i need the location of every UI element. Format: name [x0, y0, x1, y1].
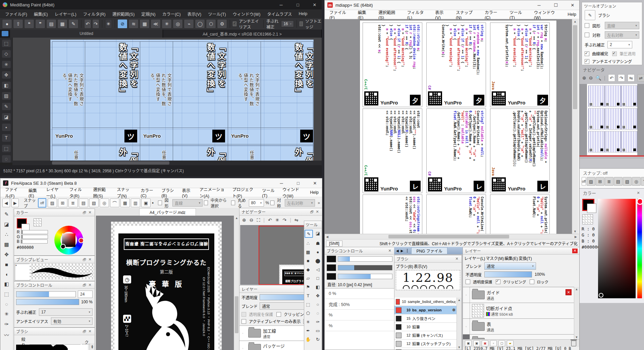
side-tool-icon[interactable]: ✑ [4, 321, 9, 327]
toolbar-icon[interactable]: ❝ [24, 19, 34, 29]
snap-vanish-icon[interactable]: ≪ [151, 19, 161, 29]
toolbar-icon[interactable]: ▤ [46, 19, 56, 29]
antialias-select[interactable]: 有効▾ [51, 317, 93, 325]
snap-icon[interactable]: ≣ [605, 177, 613, 186]
brush-opacity-slider[interactable] [16, 299, 79, 305]
side-tool-icon[interactable]: ✳ [4, 311, 9, 317]
brush-size-value[interactable]: 24 [78, 291, 93, 298]
mdiapp-vscrollbar[interactable]: ▲ ▼ [572, 19, 578, 234]
hidden-flag-icon[interactable]: ✕ [566, 289, 572, 295]
close-button[interactable]: ✕ [308, 178, 322, 188]
tool-icon[interactable]: ↻ [314, 336, 321, 343]
sv-square[interactable] [598, 199, 636, 298]
close-icon[interactable]: ✕ [87, 283, 93, 288]
tool-icon[interactable]: ■ [305, 257, 312, 264]
doc-tab-png[interactable]: PNG ファイル [411, 247, 447, 254]
undo-icon[interactable]: ↶ [84, 19, 91, 29]
tool-icon[interactable]: ● [314, 249, 321, 255]
side-tool-icon[interactable]: ⬚ [4, 291, 9, 297]
side-tool-icon[interactable]: ■ [5, 262, 8, 267]
menu-item[interactable]: 選択範囲(S) [90, 185, 113, 200]
new-layer-icon[interactable]: ▣ [465, 340, 472, 346]
menu-item[interactable]: 表示(V) [184, 9, 205, 18]
round-checkbox[interactable] [231, 201, 235, 205]
side-tool-icon[interactable]: ◌ [5, 301, 8, 307]
snap-grid-icon[interactable]: ▦ [140, 19, 150, 29]
medibang-titlebar[interactable]: MediBang Paint (64bit) ─ □ ✕ [0, 0, 322, 9]
firealpaca-vscrollbar[interactable]: ▲ [234, 216, 239, 350]
menu-item[interactable]: 編集(E) [31, 9, 51, 18]
popout-icon[interactable]: 🗗 [82, 257, 87, 262]
brush-list-item[interactable]: 12 鉛筆 (スケッチブック) ✽ [394, 340, 457, 348]
shape-select[interactable]: 直線▾ [172, 199, 203, 207]
toolbar-icon[interactable]: ● [2, 19, 12, 29]
protect-alpha-checkbox[interactable] [466, 279, 470, 284]
snap-icon[interactable]: ⌒ [641, 177, 644, 186]
menu-item[interactable]: ツール(T) [259, 186, 278, 200]
size-slider[interactable] [338, 256, 392, 262]
close-icon[interactable]: ✕ [636, 191, 641, 195]
round-select[interactable]: 80▾ [249, 199, 264, 207]
layer-row[interactable]: ◦ガイド通過✕ [463, 287, 574, 303]
min-size-slider[interactable] [338, 265, 392, 270]
protect-alpha-checkbox[interactable] [241, 312, 246, 317]
rotate-left-icon[interactable]: ↶ [268, 217, 272, 223]
snap-icon[interactable]: ⊞ [58, 199, 67, 207]
snap-icon[interactable]: ◎ [632, 177, 641, 186]
close-icon[interactable]: ✕ [87, 210, 93, 215]
tool-icon[interactable]: ✳ [305, 318, 312, 325]
snap-icon[interactable]: ▤ [614, 177, 623, 186]
opacity-slider[interactable] [338, 274, 392, 279]
tool-icon[interactable]: ▩ [305, 249, 312, 255]
symmetry-checkbox[interactable] [585, 33, 589, 37]
snap-off-button[interactable]: off [38, 198, 46, 208]
menu-item[interactable]: カラー(C) [159, 9, 184, 18]
side-tool-icon[interactable]: ◖ [5, 271, 8, 277]
new-layer2-icon[interactable]: ▣ [473, 340, 480, 346]
menu-item[interactable]: スナップ(N) [113, 185, 137, 200]
menu-dots-icon[interactable]: ⋮ [405, 248, 409, 253]
navigator-viewport[interactable] [580, 84, 644, 157]
tool-icon[interactable]: ○ [314, 301, 321, 308]
prev-doc-icon[interactable]: ◀ [396, 249, 399, 253]
tool-icon[interactable]: ⬤ [314, 257, 321, 264]
menu-item[interactable]: カラー(C) [137, 186, 157, 200]
menu-item[interactable]: Help [296, 10, 310, 17]
zoom-out-icon[interactable]: ⊖ [250, 217, 254, 223]
snap-icon[interactable]: ▥ [131, 199, 140, 207]
view-menu[interactable]: 表示(V) [414, 263, 427, 269]
rotate-right-icon[interactable]: ↷ [282, 217, 286, 223]
tab-a4-card[interactable]: A4_card_基本.mdp < sRGB IEC61966-2.1 > [163, 30, 322, 38]
side-tool-icon[interactable]: ✎ [4, 211, 9, 217]
menu-item[interactable]: レイヤー(L) [52, 9, 79, 18]
tool-icon[interactable]: □ [314, 275, 321, 281]
layer-menu-item[interactable]: レイヤー(L) [464, 255, 485, 261]
snap-3d-icon[interactable]: ⬡ [206, 19, 216, 29]
snap-icon[interactable]: ⌒ [110, 199, 119, 207]
snap-parallel-icon[interactable]: ≋ [128, 19, 139, 29]
transparent-swatch[interactable] [34, 218, 42, 226]
zoom-in-icon[interactable]: ⊕ [242, 217, 246, 223]
menu-item[interactable]: ファイル(F) [2, 9, 30, 18]
tool-icon[interactable]: ✋ [305, 336, 312, 343]
close-button[interactable]: ✕ [566, 0, 580, 10]
tool-icon[interactable]: ⚑ [305, 283, 312, 290]
side-tool-icon[interactable]: ◧ [4, 281, 9, 287]
next-icon[interactable]: ▶ [11, 199, 19, 207]
menu-item[interactable]: ファイル(F) [2, 185, 24, 200]
overflow-icon[interactable]: » [318, 201, 320, 205]
menu-item[interactable]: ウィンドウ(W) [230, 9, 264, 18]
snap-concentric-icon[interactable]: ◎ [173, 19, 183, 29]
tool-icon[interactable]: ▱ [305, 275, 312, 281]
snap-ellipse-icon[interactable]: ◯ [195, 19, 205, 29]
new-8bit-layer-icon[interactable]: ▫ [490, 340, 497, 346]
tool-icon[interactable]: ⬠ [305, 310, 312, 316]
snap-curve-icon[interactable]: ⌁ [184, 19, 194, 29]
close-icon[interactable]: ✕ [387, 249, 392, 253]
color-wheel[interactable] [54, 226, 83, 255]
snap-off-icon[interactable]: ⊘ [117, 19, 127, 29]
shape-checkbox[interactable] [158, 201, 162, 205]
snap-icon[interactable]: ⊞ [596, 177, 604, 186]
b-slider[interactable] [21, 239, 48, 244]
side-tool-icon[interactable]: ▪ [2, 124, 11, 131]
